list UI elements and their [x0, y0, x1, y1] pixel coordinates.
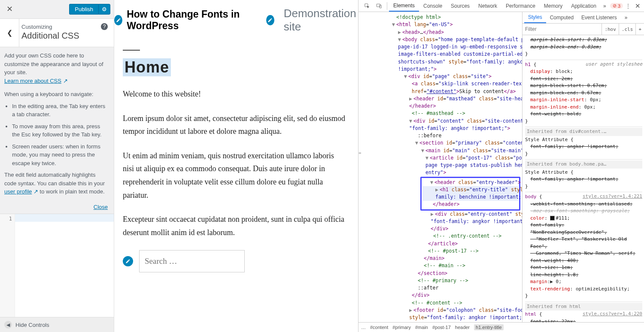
site-title[interactable]: How to Change Fonts in WordPress — [127, 9, 261, 32]
search-input[interactable] — [139, 250, 245, 272]
tab-memory[interactable]: Memory — [540, 0, 567, 12]
styles-tabbar: Styles Computed Event Listeners » — [522, 12, 644, 24]
elements-breadcrumb[interactable]: … #content #primary #main #post-17 heade… — [358, 322, 644, 332]
css-prop[interactable]: margin-block-start: 0.83em; — [530, 37, 607, 42]
autohl-text-a: The edit field automatically highlights … — [4, 172, 105, 187]
user-profile-link[interactable]: user profile — [4, 188, 32, 195]
css-selector[interactable]: h1 — [525, 62, 531, 67]
learn-more-link[interactable]: Learn more about CSS — [4, 78, 61, 84]
dom-node[interactable]: <article id="post-17" class="post-17 — [430, 155, 522, 161]
hov-toggle[interactable]: :hov — [601, 24, 619, 35]
edit-shortcut-icon[interactable] — [123, 256, 133, 266]
dom-node[interactable]: <body class="home page-template-default … — [402, 36, 522, 42]
kb-bullet: In the editing area, the Tab key enters … — [12, 102, 108, 119]
css-selector[interactable]: Style Attribute — [525, 137, 568, 142]
paragraph: Welcome to this website! — [123, 88, 346, 101]
dom-pseudo[interactable]: ::before — [418, 133, 441, 139]
styles-rules[interactable]: margin-block-start: 0.83em; margin-block… — [522, 35, 644, 322]
inherited-divider: Inherited from div#content.… — [525, 128, 642, 136]
device-toggle-icon[interactable] — [376, 3, 383, 9]
cls-toggle[interactable]: .cls — [619, 24, 636, 35]
keyboard-heading: When using a keyboard to navigate: — [4, 90, 108, 99]
tab-performance[interactable]: Performance — [501, 0, 540, 12]
new-style-rule[interactable]: + — [635, 24, 644, 35]
dom-node-selected[interactable]: <h1 class="entry-title" style="font- — [440, 187, 522, 193]
css-code-editor[interactable]: 1 — [0, 214, 114, 332]
crumb-item[interactable]: header — [455, 325, 470, 330]
dom-node[interactable]: <footer id="colophon" class="site-footer… — [413, 307, 522, 313]
panel-description: Add your own CSS code here to customize … — [0, 47, 114, 202]
styles-filter-input[interactable] — [522, 26, 601, 32]
subtab-eventlisteners[interactable]: Event Listeners — [577, 12, 621, 23]
crumb-item[interactable]: #content — [370, 325, 388, 330]
hide-controls-button[interactable]: ◀ Hide Controls — [0, 317, 114, 332]
inspect-icon[interactable] — [364, 3, 371, 9]
styles-panel: Styles Computed Event Listeners » :hov .… — [522, 12, 644, 322]
subtab-styles[interactable]: Styles — [524, 12, 546, 23]
css-prop[interactable]: margin-block-end: 0.83em; — [530, 44, 601, 50]
tab-console[interactable]: Console — [419, 0, 447, 12]
rule-source-link[interactable]: style.css?ver=1.4:221 — [583, 193, 642, 200]
dom-node[interactable]: <head>…</head> — [402, 29, 444, 35]
dom-node[interactable]: <a class="skip-link screen-reader-text" — [412, 81, 522, 87]
back-button[interactable]: ❮ — [0, 19, 19, 47]
dom-node[interactable]: <div id="content" class="site-content" s… — [413, 118, 522, 124]
css-selector[interactable]: Style Attribute — [525, 169, 568, 175]
dom-node[interactable]: <main id="main" class="site-main"> — [425, 148, 522, 154]
preview-site-header: How to Change Fonts in WordPress Demonst… — [114, 0, 358, 33]
code-active-line[interactable] — [12, 214, 114, 222]
tab-application[interactable]: Application — [567, 0, 601, 12]
dom-node[interactable]: <header id="masthead" class="site-header… — [413, 96, 522, 102]
css-selector[interactable]: html — [525, 311, 537, 317]
devtools-close-button[interactable]: ✕ — [635, 2, 641, 10]
dom-node[interactable]: <!doctype html> — [396, 14, 441, 20]
customizer-sidebar: ✕ Publish ⚙ ❮ Customizing ? Additional C… — [0, 0, 114, 332]
crumb-item[interactable]: h1.entry-title — [474, 324, 504, 330]
crumb-item[interactable]: #primary — [392, 325, 411, 330]
subtab-computed[interactable]: Computed — [546, 12, 577, 23]
crumb-item[interactable]: … — [361, 325, 366, 330]
dom-node[interactable]: <div id="page" class="site"> — [408, 73, 492, 79]
title-rule — [123, 50, 140, 51]
rule-origin: user agent styleshee — [586, 61, 642, 68]
gutter-ellipsis-icon[interactable]: ⋯ — [358, 148, 362, 157]
dom-node[interactable]: <html lang="en-US"> — [396, 21, 453, 27]
crumb-item[interactable]: #main — [415, 325, 428, 330]
paragraph: Lorem ipsum dolor sit amet, consectetur … — [123, 112, 346, 138]
publish-settings-button[interactable]: ⚙ — [98, 4, 110, 15]
customizer-topbar: ✕ Publish ⚙ — [0, 0, 114, 19]
help-icon[interactable]: ? — [101, 23, 108, 30]
paragraph: Ut enim ad minim veniam, quis nostrud ex… — [123, 149, 346, 202]
chevron-left-icon: ◀ — [4, 321, 12, 329]
svg-rect-2 — [380, 5, 381, 8]
edit-shortcut-icon[interactable] — [266, 15, 274, 25]
site-tagline[interactable]: Demonstration site — [284, 7, 358, 33]
dom-node[interactable]: <section id="primary" class="content-are… — [419, 140, 522, 146]
inherited-divider: Inherited from body.home.pa… — [525, 160, 642, 169]
dom-node[interactable]: <div class="entry-content" style= — [435, 211, 522, 217]
rule-source-link[interactable]: style.css?ver=1.4:220 — [583, 311, 642, 318]
publish-button[interactable]: Publish — [69, 4, 98, 15]
panel-title: Additional CSS — [21, 31, 108, 41]
close-description-link[interactable]: Close — [94, 204, 108, 210]
crumb-item[interactable]: #post-17 — [432, 325, 451, 330]
preview-content: Home Welcome to this website! Lorem ipsu… — [114, 33, 358, 272]
error-count-badge[interactable]: 3 — [610, 3, 623, 9]
tab-network[interactable]: Network — [474, 0, 501, 12]
autohl-text-b: to work in plain text mode. — [40, 188, 105, 195]
tab-sources[interactable]: Sources — [447, 0, 474, 12]
devtools-menu-icon[interactable]: ⋮ — [626, 3, 631, 9]
elements-tree[interactable]: ⋯ <!doctype html> ▼<html lang="en-US"> ▶… — [358, 12, 522, 322]
tabs-overflow[interactable]: » — [603, 3, 606, 9]
dom-node[interactable]: <header class="entry-header"> — [434, 179, 521, 185]
external-icon: ↗ — [33, 188, 38, 195]
edit-shortcut-icon[interactable] — [114, 15, 122, 25]
subtabs-overflow[interactable]: » — [621, 12, 632, 23]
close-customizer-button[interactable]: ✕ — [0, 0, 19, 18]
kb-bullet: To move away from this area, press the E… — [12, 122, 108, 139]
devtools-tabbar: Elements Console Sources Network Perform… — [358, 0, 644, 12]
panel-eyebrow: Customizing — [21, 24, 52, 30]
hide-controls-label: Hide Controls — [15, 322, 49, 328]
tab-elements[interactable]: Elements — [389, 0, 419, 12]
css-selector[interactable]: body — [525, 194, 537, 199]
